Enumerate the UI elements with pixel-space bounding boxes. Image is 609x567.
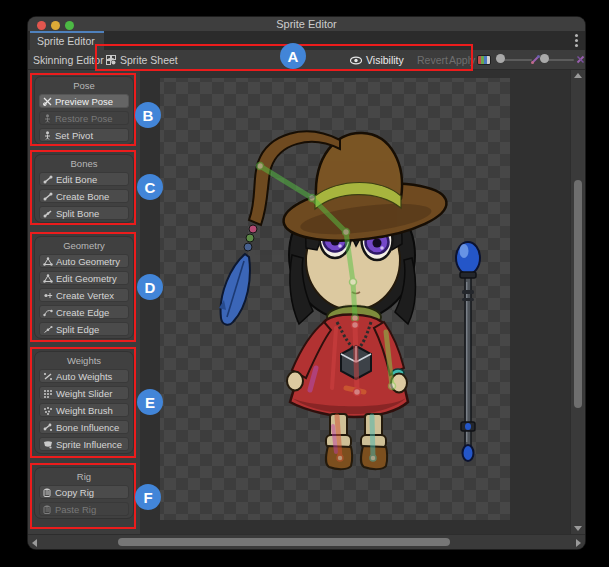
edit-bone-button[interactable]: Edit Bone <box>39 172 129 186</box>
button-label: Edit Geometry <box>56 273 117 284</box>
button-label: Weight Brush <box>56 405 113 416</box>
create-edge-icon <box>43 308 53 317</box>
weights-group: Weights Auto Weights <box>34 351 134 454</box>
button-label: Set Pivot <box>55 130 93 141</box>
button-label: Create Vertex <box>56 290 114 301</box>
edit-geometry-button[interactable]: Edit Geometry <box>39 271 129 285</box>
sprite-sheet-button[interactable]: Sprite Sheet <box>106 50 178 70</box>
split-edge-button[interactable]: Split Edge <box>39 322 129 336</box>
split-bone-button[interactable]: Split Bone <box>39 206 129 220</box>
sprite-influence-icon <box>43 440 53 449</box>
auto-geometry-icon <box>43 257 53 266</box>
sprite-sheet-label: Sprite Sheet <box>120 54 178 66</box>
geometry-group: Geometry Auto Geometry Edit Geometry <box>34 236 134 339</box>
button-label: Paste Rig <box>55 504 96 515</box>
rig-group-title: Rig <box>35 471 133 482</box>
desktop-background: Sprite Editor Sprite Editor Skinning Edi… <box>0 0 609 567</box>
restore-pose-icon <box>43 114 52 123</box>
bone-influence-button[interactable]: Bone Influence <box>39 420 129 434</box>
scroll-up-arrow-icon[interactable] <box>574 73 582 78</box>
create-edge-button[interactable]: Create Edge <box>39 305 129 319</box>
staff-tip-gem <box>463 445 474 461</box>
horizontal-scroll-thumb[interactable] <box>118 538 450 546</box>
toolbar: Skinning Editor Sprite Sheet Visibility <box>28 50 585 70</box>
weight-slider-button[interactable]: Weight Slider <box>39 386 129 400</box>
annotation-badge-a: A <box>280 43 306 69</box>
split-bone-icon <box>43 209 53 218</box>
edit-geometry-icon <box>43 274 53 283</box>
visibility-button[interactable]: Visibility <box>350 50 404 70</box>
button-label: Split Bone <box>56 208 99 219</box>
button-label: Weight Slider <box>56 388 112 399</box>
pose-group: Pose Preview Pose Restore Pose <box>34 76 134 145</box>
horizontal-scrollbar[interactable] <box>28 534 585 549</box>
scroll-right-arrow-icon[interactable] <box>576 539 581 547</box>
auto-weights-icon <box>43 372 53 381</box>
set-pivot-icon <box>43 131 52 140</box>
window-title: Sprite Editor <box>28 18 585 30</box>
vertical-scroll-thumb[interactable] <box>574 180 582 408</box>
eye-icon <box>350 56 362 65</box>
auto-weights-button[interactable]: Auto Weights <box>39 369 129 383</box>
paste-rig-icon <box>43 505 52 514</box>
tab-sprite-editor[interactable]: Sprite Editor <box>30 31 104 50</box>
restore-pose-button[interactable]: Restore Pose <box>39 111 129 125</box>
auto-geometry-button[interactable]: Auto Geometry <box>39 254 129 268</box>
sprite-opacity-knob[interactable] <box>496 54 505 63</box>
button-label: Auto Geometry <box>56 256 120 267</box>
revert-button[interactable]: Revert <box>417 50 448 70</box>
visibility-label: Visibility <box>366 54 404 66</box>
paste-rig-button[interactable]: Paste Rig <box>39 502 129 516</box>
annotation-badge-c: C <box>137 174 163 200</box>
button-label: Split Edge <box>56 324 99 335</box>
button-label: Sprite Influence <box>56 439 122 450</box>
create-bone-button[interactable]: Create Bone <box>39 189 129 203</box>
preview-pose-icon <box>43 97 52 106</box>
sprite-influence-button[interactable]: Sprite Influence <box>39 437 129 451</box>
annotation-badge-f: F <box>135 484 161 510</box>
title-bar: Sprite Editor <box>28 17 585 31</box>
apply-button[interactable]: Apply <box>449 50 475 70</box>
revert-label: Revert <box>417 54 448 66</box>
split-edge-icon <box>43 325 53 334</box>
copy-rig-button[interactable]: Copy Rig <box>39 485 129 499</box>
button-label: Auto Weights <box>56 371 112 382</box>
bone-opacity-knob[interactable] <box>540 54 549 63</box>
button-label: Create Edge <box>56 307 109 318</box>
geometry-group-title: Geometry <box>35 240 133 251</box>
mode-dropdown-label: Skinning Editor <box>33 54 104 66</box>
weight-slider-icon <box>43 389 53 398</box>
mode-dropdown[interactable]: Skinning Editor <box>33 50 114 70</box>
create-vertex-button[interactable]: Create Vertex <box>39 288 129 302</box>
create-vertex-icon <box>43 291 53 300</box>
rig-group: Rig Copy Rig Paste Rig <box>34 467 134 519</box>
sprite-editor-window: Sprite Editor Sprite Editor Skinning Edi… <box>28 17 585 549</box>
annotation-badge-d: D <box>137 274 163 300</box>
set-pivot-button[interactable]: Set Pivot <box>39 128 129 142</box>
edit-bone-icon <box>43 175 53 184</box>
copy-rig-icon <box>43 488 52 497</box>
button-label: Copy Rig <box>55 487 94 498</box>
kebab-menu-icon[interactable] <box>575 34 578 37</box>
preview-pose-button[interactable]: Preview Pose <box>39 94 129 108</box>
color-swatch-icon[interactable] <box>477 55 491 65</box>
button-label: Create Bone <box>56 191 109 202</box>
hat-bead-2 <box>246 234 254 242</box>
hat-bead-1 <box>249 225 257 233</box>
button-label: Preview Pose <box>55 96 113 107</box>
tool-sidebar: Pose Preview Pose Restore Pose <box>28 70 140 534</box>
bone-influence-icon <box>43 423 53 432</box>
apply-label: Apply <box>449 54 475 66</box>
button-label: Edit Bone <box>56 174 97 185</box>
button-label: Bone Influence <box>56 422 119 433</box>
annotation-badge-b: B <box>135 102 161 128</box>
sprite-canvas[interactable] <box>140 70 570 534</box>
weights-group-title: Weights <box>35 355 133 366</box>
scroll-down-arrow-icon[interactable] <box>574 526 582 531</box>
hand-left <box>287 372 303 391</box>
scroll-left-arrow-icon[interactable] <box>32 539 37 547</box>
weight-brush-button[interactable]: Weight Brush <box>39 403 129 417</box>
vertical-scrollbar[interactable] <box>570 70 584 534</box>
annotation-badge-e: E <box>137 389 163 415</box>
sprite-opacity-icon <box>531 55 540 64</box>
